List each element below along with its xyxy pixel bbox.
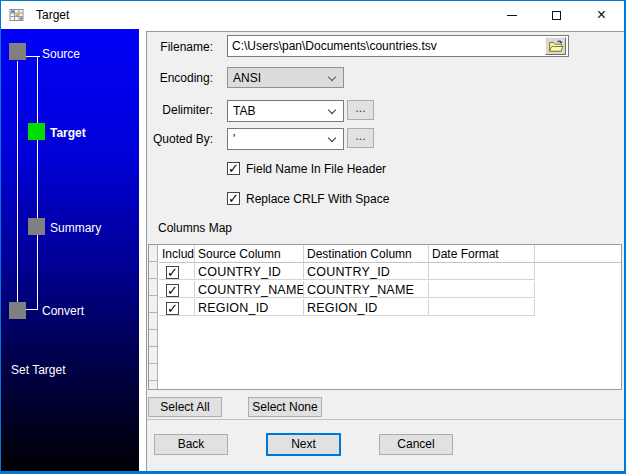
header-include: Include <box>159 245 195 262</box>
close-icon: × <box>597 7 606 23</box>
wizard-status-text: Set Target <box>11 363 65 377</box>
field-name-header-checkbox[interactable]: ✓ <box>227 162 240 175</box>
step-label-summary: Summary <box>50 221 101 235</box>
table-row: ✓ COUNTRY_NAME COUNTRY_NAME <box>159 281 621 299</box>
step-label-target: Target <box>50 126 86 140</box>
wizard-connector-line <box>37 56 38 310</box>
step-marker-convert <box>9 302 26 319</box>
open-folder-icon <box>548 39 564 53</box>
step-marker-source <box>9 43 26 60</box>
columns-map-table: Include Source Column Destination Column… <box>148 244 622 390</box>
row-include-checkbox[interactable]: ✓ <box>166 302 179 315</box>
header-destination-column: Destination Column <box>304 245 429 262</box>
minimize-button[interactable] <box>489 1 534 29</box>
title-bar[interactable]: Target × <box>1 1 624 29</box>
wizard-connector-line <box>26 56 40 57</box>
window-title: Target <box>36 1 69 29</box>
wizard-connector-line <box>17 61 18 302</box>
footer-separator <box>147 419 624 420</box>
quoted-by-more-button[interactable]: ... <box>347 128 374 148</box>
replace-crlf-label: Replace CRLF With Space <box>246 192 389 206</box>
maximize-button[interactable] <box>534 1 579 29</box>
destination-column-cell[interactable]: REGION_ID <box>304 299 429 316</box>
header-date-format: Date Format <box>429 245 535 262</box>
destination-column-cell[interactable]: COUNTRY_NAME <box>304 281 429 298</box>
table-row: ✓ COUNTRY_ID COUNTRY_ID <box>159 263 621 281</box>
app-icon <box>9 7 25 23</box>
step-marker-target <box>28 123 45 140</box>
chevron-down-icon <box>328 73 336 81</box>
replace-crlf-checkbox[interactable]: ✓ <box>227 192 240 205</box>
encoding-select[interactable]: ANSI <box>227 67 344 88</box>
chevron-down-icon <box>328 106 336 114</box>
wizard-connector-line <box>26 309 38 310</box>
encoding-value: ANSI <box>233 71 261 85</box>
minimize-icon <box>507 15 517 16</box>
check-icon: ✓ <box>228 161 239 176</box>
date-format-cell[interactable] <box>429 263 535 280</box>
select-none-button[interactable]: Select None <box>248 397 322 417</box>
row-include-checkbox[interactable]: ✓ <box>166 266 179 279</box>
table-row: ✓ REGION_ID REGION_ID <box>159 299 621 317</box>
quoted-by-label: Quoted By: <box>149 132 213 146</box>
browse-button[interactable] <box>545 37 566 55</box>
select-all-button[interactable]: Select All <box>148 397 222 417</box>
filename-label: Filename: <box>149 40 213 54</box>
header-source-column: Source Column <box>195 245 304 262</box>
source-column-cell[interactable]: COUNTRY_ID <box>195 263 304 280</box>
check-icon: ✓ <box>167 265 178 280</box>
check-icon: ✓ <box>167 301 178 316</box>
encoding-label: Encoding: <box>149 71 213 85</box>
delimiter-label: Delimiter: <box>149 103 213 117</box>
back-button[interactable]: Back <box>154 434 228 455</box>
maximize-icon <box>552 11 561 20</box>
check-icon: ✓ <box>228 191 239 206</box>
check-icon: ✓ <box>167 283 178 298</box>
wizard-sidebar: Source Target Summary Convert Set Target <box>1 29 139 471</box>
cancel-button[interactable]: Cancel <box>379 434 453 455</box>
columns-map-label: Columns Map <box>158 221 232 235</box>
target-dialog-window: Target × Source Target Summary Convert S… <box>0 0 626 474</box>
source-column-cell[interactable]: COUNTRY_NAME <box>195 281 304 298</box>
destination-column-cell[interactable]: COUNTRY_ID <box>304 263 429 280</box>
date-format-cell[interactable] <box>429 299 535 316</box>
delimiter-more-button[interactable]: ... <box>347 100 374 120</box>
date-format-cell[interactable] <box>429 281 535 298</box>
delimiter-select[interactable]: TAB <box>227 100 344 122</box>
step-label-convert: Convert <box>42 304 84 318</box>
filename-input[interactable] <box>227 35 569 57</box>
quoted-by-value: ' <box>233 132 235 146</box>
source-column-cell[interactable]: REGION_ID <box>195 299 304 316</box>
step-label-source: Source <box>42 47 80 61</box>
row-header-strip <box>149 245 158 389</box>
close-button[interactable]: × <box>579 1 624 29</box>
quoted-by-select[interactable]: ' <box>227 128 344 150</box>
table-header-row: Include Source Column Destination Column… <box>159 245 621 263</box>
next-button[interactable]: Next <box>266 433 341 456</box>
field-name-header-label: Field Name In File Header <box>246 162 386 176</box>
delimiter-value: TAB <box>233 104 255 118</box>
row-include-checkbox[interactable]: ✓ <box>166 284 179 297</box>
chevron-down-icon <box>328 134 336 142</box>
step-marker-summary <box>28 218 45 235</box>
